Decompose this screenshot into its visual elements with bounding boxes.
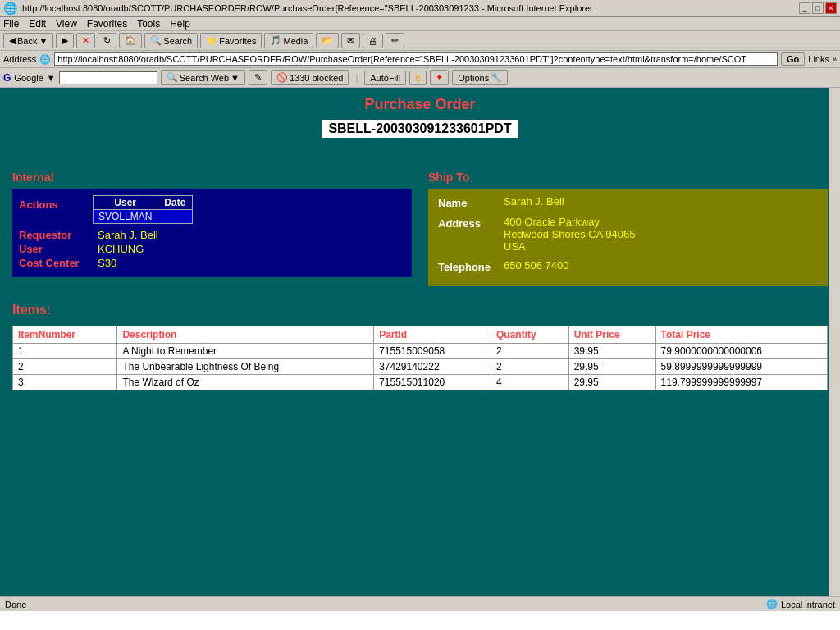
close-button[interactable]: ✕ bbox=[825, 2, 837, 14]
minimize-button[interactable]: _ bbox=[799, 2, 810, 14]
home-button[interactable]: 🏠 bbox=[119, 33, 142, 48]
highlighter-icon: ✎ bbox=[254, 72, 262, 83]
menubar: File Edit View Favorites Tools Help bbox=[0, 17, 840, 31]
edit-icon: ✏ bbox=[391, 35, 399, 46]
norton-icon: ✦ bbox=[436, 72, 443, 83]
history-icon: 📂 bbox=[322, 35, 333, 46]
col-description: Description bbox=[117, 326, 374, 344]
items-header-row: ItemNumber Description PartId Quantity U… bbox=[13, 326, 828, 344]
ship-address-value: 400 Oracle Parkway Redwood Shores CA 940… bbox=[504, 216, 635, 253]
maximize-button[interactable]: □ bbox=[812, 2, 824, 14]
menu-tools[interactable]: Tools bbox=[137, 18, 160, 30]
star-icon: ⭐ bbox=[206, 35, 217, 46]
scrollbar[interactable] bbox=[829, 88, 840, 596]
ship-name-label: Name bbox=[438, 195, 504, 209]
home-icon: 🏠 bbox=[125, 35, 136, 46]
item-item-number: 2 bbox=[13, 359, 117, 375]
menu-file[interactable]: File bbox=[3, 18, 19, 30]
table-row: SVOLLMAN bbox=[94, 210, 193, 224]
actions-table: User Date SVOLLMAN bbox=[93, 195, 193, 224]
status-text: Done bbox=[5, 600, 26, 609]
go-button[interactable]: Go bbox=[781, 52, 805, 66]
ship-to-section-title: Ship To bbox=[428, 171, 828, 184]
item-item-number: 3 bbox=[13, 375, 117, 390]
google-label: Google bbox=[14, 73, 43, 83]
search-web-icon: 🔍 bbox=[167, 72, 178, 83]
address-line2: Redwood Shores CA 94065 bbox=[504, 228, 635, 240]
options-wrench-icon: 🔧 bbox=[491, 72, 502, 83]
col-unit-price: Unit Price bbox=[568, 326, 655, 344]
mail-button[interactable]: ✉ bbox=[341, 33, 360, 48]
ship-telephone-value: 650 506 7400 bbox=[504, 259, 569, 273]
actions-label: Actions bbox=[19, 195, 93, 211]
internal-section: Internal Actions User Date SVOLLMAN bbox=[12, 171, 412, 286]
user-label: User bbox=[19, 243, 93, 255]
search-web-button[interactable]: 🔍 Search Web ▼ bbox=[161, 70, 245, 85]
menu-view[interactable]: View bbox=[56, 18, 77, 30]
options-button[interactable]: Options 🔧 bbox=[452, 70, 508, 85]
statusbar: Done 🌐 Local intranet bbox=[0, 596, 840, 611]
autofill-button[interactable]: AutoFill bbox=[364, 71, 406, 85]
back-icon: ◀ bbox=[9, 35, 16, 46]
col-item-number: ItemNumber bbox=[13, 326, 117, 344]
stop-button[interactable]: ✕ bbox=[76, 33, 95, 48]
media-icon: 🎵 bbox=[270, 35, 281, 46]
google-search-input[interactable] bbox=[59, 71, 158, 84]
ship-address-label: Address bbox=[438, 216, 504, 253]
blogger-button[interactable]: B bbox=[409, 71, 427, 85]
forward-icon: ▶ bbox=[62, 35, 68, 46]
user-row: User KCHUNG bbox=[19, 243, 405, 255]
search-button[interactable]: 🔍 Search bbox=[144, 33, 198, 48]
menu-favorites[interactable]: Favorites bbox=[87, 18, 127, 30]
print-button[interactable]: 🖨 bbox=[363, 34, 383, 48]
highlighter-button[interactable]: ✎ bbox=[249, 70, 267, 85]
links-label: Links bbox=[808, 54, 829, 64]
item-quantity: 2 bbox=[491, 359, 569, 375]
ship-name-row: Name Sarah J. Bell bbox=[438, 195, 818, 209]
blogger-icon: B bbox=[415, 73, 421, 83]
search-icon: 🔍 bbox=[150, 35, 162, 46]
edit-button[interactable]: ✏ bbox=[386, 33, 404, 48]
date-col-header: Date bbox=[158, 196, 193, 210]
table-cell: SVOLLMAN bbox=[94, 210, 158, 224]
address-input[interactable] bbox=[54, 52, 778, 66]
table-cell bbox=[158, 210, 193, 224]
toolbar: ◀ Back ▼ ▶ ✕ ↻ 🏠 🔍 Search ⭐ Favorites 🎵 … bbox=[0, 31, 840, 51]
window-controls[interactable]: _ □ ✕ bbox=[799, 2, 837, 14]
item-unit-price: 29.95 bbox=[568, 359, 655, 375]
content-area: Purchase Order SBELL-200303091233601PDT … bbox=[0, 88, 840, 596]
items-title: Items: bbox=[12, 303, 828, 317]
cost-center-row: Cost Center S30 bbox=[19, 257, 405, 269]
titlebar: 🌐 http://localhost:8080/oradb/SCOTT/PURC… bbox=[0, 0, 840, 17]
internal-section-title: Internal bbox=[12, 171, 412, 184]
statusbar-right: 🌐 Local intranet bbox=[766, 599, 835, 609]
ie-logo-icon: 🌐 bbox=[3, 2, 17, 15]
google-dropdown-icon: ▼ bbox=[47, 73, 56, 83]
media-button[interactable]: 🎵 Media bbox=[264, 33, 313, 48]
requestor-row: Requestor Sarah J. Bell bbox=[19, 229, 405, 241]
refresh-icon: ↻ bbox=[103, 35, 111, 46]
page-title: Purchase Order bbox=[12, 96, 828, 113]
table-row: 3The Wizard of Oz715515011020429.95119.7… bbox=[13, 375, 828, 390]
back-button[interactable]: ◀ Back ▼ bbox=[3, 33, 53, 48]
item-total-price: 79.9000000000000006 bbox=[655, 344, 827, 359]
history-button[interactable]: 📂 bbox=[316, 33, 339, 48]
google-logo: G bbox=[3, 72, 11, 84]
refresh-button[interactable]: ↻ bbox=[98, 33, 116, 48]
blocked-button[interactable]: 🚫 1330 blocked bbox=[271, 70, 349, 85]
favorites-button[interactable]: ⭐ Favorites bbox=[200, 33, 262, 48]
ship-name-value: Sarah J. Bell bbox=[504, 195, 564, 209]
user-value: KCHUNG bbox=[98, 243, 144, 255]
ship-telephone-label: Telephone bbox=[438, 259, 504, 273]
ship-telephone-row: Telephone 650 506 7400 bbox=[438, 259, 818, 273]
address-line3: USA bbox=[504, 240, 526, 253]
menu-help[interactable]: Help bbox=[170, 18, 190, 30]
item-unit-price: 29.95 bbox=[568, 375, 655, 390]
requestor-value: Sarah J. Bell bbox=[98, 229, 158, 241]
menu-edit[interactable]: Edit bbox=[29, 18, 46, 30]
forward-button[interactable]: ▶ bbox=[56, 33, 74, 48]
order-id: SBELL-200303091233601PDT bbox=[322, 120, 518, 138]
cost-center-value: S30 bbox=[98, 257, 116, 269]
actions-row: Actions User Date SVOLLMAN bbox=[19, 195, 405, 224]
norton-button[interactable]: ✦ bbox=[430, 70, 449, 85]
